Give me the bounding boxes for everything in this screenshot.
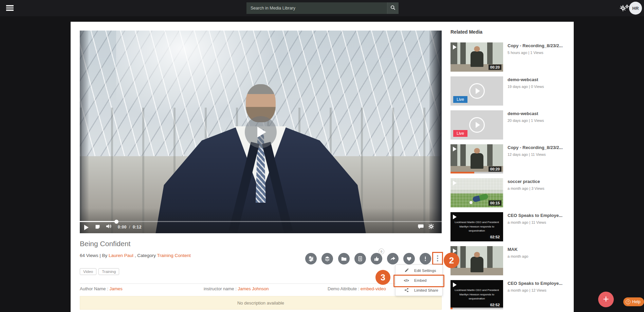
report-flag-button[interactable] <box>420 253 431 264</box>
big-play-button[interactable] <box>245 116 277 148</box>
video-thumbnail[interactable]: 00:15 <box>450 178 503 207</box>
search-icon <box>390 5 396 12</box>
menu-item-edit-settings[interactable]: Edit Settings <box>395 265 442 275</box>
tag-video[interactable]: Video <box>80 268 96 275</box>
play-icon <box>453 282 457 287</box>
play-icon <box>453 215 457 219</box>
related-item-title[interactable]: Copy - Recording_8/23/2... <box>508 43 573 48</box>
video-thumbnail[interactable]: 00:20 <box>450 144 503 173</box>
related-media-heading: Related Media <box>450 29 574 35</box>
more-options-kebab-button[interactable] <box>432 252 443 265</box>
video-thumbnail[interactable]: Live <box>450 110 503 140</box>
category-link[interactable]: Training Content <box>157 253 190 258</box>
details-divider <box>80 283 444 284</box>
related-item[interactable]: Lockheed Martin CEO and President Marill… <box>450 212 574 241</box>
help-button[interactable]: ? Help <box>623 297 644 306</box>
archive-folder-button[interactable] <box>338 253 350 264</box>
user-avatar[interactable]: HR <box>629 2 642 15</box>
tag-list: Video Training <box>80 268 119 275</box>
time-display: 0:00/0:12 <box>118 225 142 230</box>
related-item-meta: a month ago | 12 Views <box>508 288 573 292</box>
kebab-icon <box>437 254 438 262</box>
notes-frame-icon[interactable] <box>95 224 100 231</box>
like-button[interactable] <box>371 253 382 264</box>
top-bar: HR <box>0 0 644 16</box>
admin-settings-icon[interactable] <box>619 4 629 12</box>
video-thumbnail[interactable]: Lockheed Martin CEO and President Marill… <box>450 280 503 309</box>
video-thumbnail[interactable]: Lockheed Martin CEO and President Marill… <box>450 212 503 241</box>
field-demo-value[interactable]: embed-video <box>361 286 386 291</box>
related-item[interactable]: Live demo-webcast 20 days ago | 1 Views <box>450 110 574 140</box>
field-instructor-value[interactable]: James Johnson <box>238 286 269 291</box>
related-item-title[interactable]: Copy - Recording_8/23/2... <box>508 145 573 150</box>
player-settings-gear-icon[interactable] <box>428 223 434 231</box>
related-item-title[interactable]: demo-webcast <box>508 77 573 82</box>
related-item-meta: 12 days ago | 11 Views <box>508 152 573 157</box>
duration-badge: 02:52 <box>489 234 501 240</box>
favorite-heart-button[interactable] <box>403 253 415 264</box>
related-item-meta: 20 days ago | 1 Views <box>508 118 573 123</box>
pencil-icon <box>404 268 409 273</box>
tag-training[interactable]: Training <box>98 268 119 275</box>
manage-sliders-button[interactable] <box>305 253 317 264</box>
limited-share-icon <box>404 288 409 292</box>
video-meta: 64 Views | By Lauren Paul , Category Tra… <box>80 253 191 258</box>
search-bar <box>246 2 399 14</box>
related-item[interactable]: Lockheed Martin CEO and President Marill… <box>450 280 574 309</box>
related-item[interactable]: MAK a month ago <box>450 246 574 275</box>
menu-item-limited-share[interactable]: Limited Share <box>395 285 442 295</box>
related-item-title[interactable]: CEO Speaks to Employe... <box>508 213 573 218</box>
more-options-menu: Edit Settings </> Embed Limited Share <box>395 264 443 296</box>
related-media-panel: Related Media 00:20 Copy - Recording_8/2… <box>450 29 574 309</box>
related-item[interactable]: 00:15 soccer practice a month ago | 3 Vi… <box>450 178 574 207</box>
related-item[interactable]: 00:20 Copy - Recording_8/23/2... 12 days… <box>450 144 574 173</box>
collections-layers-button[interactable] <box>321 253 333 264</box>
search-button[interactable] <box>387 2 399 14</box>
related-item[interactable]: 00:20 Copy - Recording_8/23/2... 5 hours… <box>450 42 574 72</box>
field-author-name: Author Name : James <box>80 286 123 291</box>
captions-chat-icon[interactable] <box>418 224 424 231</box>
live-badge: Live <box>453 130 467 137</box>
annotation-step-3: 3 <box>375 270 390 285</box>
duration-badge: 00:20 <box>489 65 501 70</box>
related-item-title[interactable]: MAK <box>508 247 573 252</box>
author-link[interactable]: Lauren Paul <box>109 253 133 258</box>
related-item-title[interactable]: demo-webcast <box>508 111 573 116</box>
play-button[interactable] <box>84 225 89 230</box>
menu-item-embed[interactable]: </> Embed <box>395 275 442 285</box>
search-input[interactable] <box>246 2 387 14</box>
video-thumbnail[interactable]: 00:20 <box>450 42 503 72</box>
duration-badge: 00:20 <box>489 166 501 172</box>
related-item-meta: a month ago | 11 Views <box>508 220 573 224</box>
player-controls: 0:00/0:12 <box>80 222 442 233</box>
content-card: 0:00/0:12 Being Confident 64 Views | By … <box>71 22 574 312</box>
volume-icon[interactable] <box>106 223 112 231</box>
field-author-value[interactable]: James <box>109 286 122 291</box>
related-item-meta: a month ago | 3 Views <box>508 186 573 190</box>
related-item-title[interactable]: soccer practice <box>508 179 573 184</box>
watch-progress-bar <box>450 172 503 173</box>
field-instructor-name: instructor name : James Johnson <box>204 286 269 291</box>
play-circle-icon <box>469 117 485 133</box>
add-media-fab[interactable]: + <box>598 292 614 307</box>
related-media-list: 00:20 Copy - Recording_8/23/2... 5 hours… <box>450 42 574 309</box>
watch-progress-bar <box>450 308 503 309</box>
play-icon <box>453 147 457 151</box>
related-item[interactable]: Live demo-webcast 19 days ago | 0 Views <box>450 76 574 106</box>
related-item-title[interactable]: CEO Speaks to Employe... <box>508 281 573 286</box>
video-player[interactable]: 0:00/0:12 <box>80 31 442 233</box>
help-question-icon: ? <box>626 299 630 304</box>
live-badge: Live <box>453 96 467 103</box>
related-item-meta: 19 days ago | 0 Views <box>508 85 573 89</box>
related-item-meta: a month ago <box>508 254 573 258</box>
related-item-meta: 5 hours ago | 1 Views <box>508 51 573 55</box>
play-icon <box>453 45 457 50</box>
duration-badge: 00:15 <box>489 200 501 206</box>
play-circle-icon <box>469 83 485 99</box>
hamburger-menu-icon[interactable] <box>6 5 14 11</box>
video-thumbnail[interactable]: Live <box>450 76 503 106</box>
share-button[interactable] <box>387 253 399 264</box>
duration-badge: 02:52 <box>489 302 501 308</box>
annotation-step-2: 2 <box>444 253 459 268</box>
transcript-document-button[interactable] <box>354 253 366 264</box>
